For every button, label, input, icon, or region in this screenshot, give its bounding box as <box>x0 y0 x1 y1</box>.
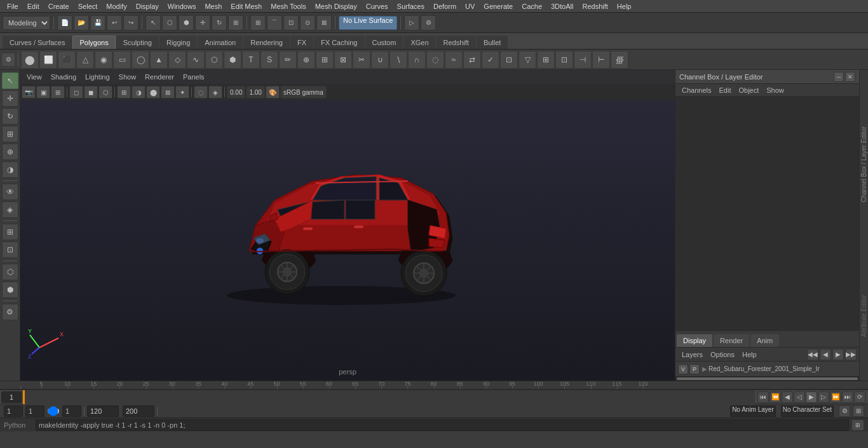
vp-sel2-btn[interactable]: ◼ <box>84 86 98 98</box>
snap-grid-btn[interactable]: ⊞ <box>250 15 266 31</box>
cb-menu-show[interactable]: Show <box>763 85 788 95</box>
vp-cam3-btn[interactable]: ⊞ <box>51 86 65 98</box>
goto-start-btn[interactable]: ⏮ <box>757 391 769 403</box>
isolate-tool[interactable]: ◈ <box>2 201 18 218</box>
layers-menu-options[interactable]: Options <box>707 350 738 360</box>
redo-btn[interactable]: ↪ <box>123 15 139 31</box>
pencil-tool[interactable]: ✏ <box>279 51 297 69</box>
rotate-btn[interactable]: ↻ <box>212 15 227 31</box>
anim-layer-dropdown[interactable]: No Anim Layer <box>730 405 776 417</box>
subdiv-tool[interactable]: ∰ <box>611 51 628 69</box>
playback-end-input[interactable] <box>123 405 154 417</box>
display-mode1[interactable]: ⬡ <box>2 264 18 280</box>
cleanup-tool[interactable]: ✓ <box>482 51 499 69</box>
menu-create[interactable]: Create <box>44 1 74 11</box>
snap-curve-btn[interactable]: ⌒ <box>267 15 282 31</box>
menu-cache[interactable]: Cache <box>517 1 546 11</box>
select-btn[interactable]: ↖ <box>146 15 161 31</box>
tab-curves-surfaces[interactable]: Curves / Surfaces <box>3 36 72 49</box>
combine-tool[interactable]: ⊞ <box>316 51 334 69</box>
char-set-dropdown[interactable]: No Character Set <box>781 405 834 417</box>
vp-shade1-btn[interactable]: ◑ <box>132 86 146 98</box>
loop-btn[interactable]: ⟳ <box>854 391 865 403</box>
channel-box-minimize[interactable]: ─ <box>834 72 844 82</box>
vp-menu-panels[interactable]: Panels <box>179 72 208 82</box>
mirror-tool[interactable]: ⊣ <box>574 51 592 69</box>
vp-camera-btn[interactable]: 📷 <box>22 86 36 98</box>
layer-nav2-btn[interactable]: ▶ <box>832 349 844 360</box>
cb-menu-edit[interactable]: Edit <box>715 85 735 95</box>
menu-mesh-tools[interactable]: Mesh Tools <box>266 1 310 11</box>
menu-generate[interactable]: Generate <box>479 1 517 11</box>
text-tool[interactable]: T <box>242 51 260 69</box>
svg-tool[interactable]: S <box>261 51 278 69</box>
separate-tool[interactable]: ⊠ <box>334 51 352 69</box>
cb-menu-channels[interactable]: Channels <box>678 85 715 95</box>
layer-visibility-btn[interactable]: V <box>678 364 688 374</box>
step-back-btn[interactable]: ⏪ <box>770 391 781 403</box>
snap-live-btn[interactable]: ⊠ <box>316 15 332 31</box>
status-settings-btn[interactable]: ⚙ <box>839 405 850 417</box>
cb-menu-object[interactable]: Object <box>735 85 763 95</box>
settings-tool[interactable]: ⚙ <box>2 304 18 320</box>
scale-btn[interactable]: ⊞ <box>228 15 243 31</box>
vp-wire-btn[interactable]: ⊞ <box>117 86 131 98</box>
mel-btn[interactable]: ⊞ <box>851 419 864 431</box>
menu-windows[interactable]: Windows <box>163 1 201 11</box>
extract-tool[interactable]: ✂ <box>353 51 370 69</box>
tab-sculpting[interactable]: Sculpting <box>116 36 159 49</box>
play-fwd-btn[interactable]: ▶ <box>806 391 817 403</box>
show-hide-tool[interactable]: 👁 <box>2 184 18 200</box>
viewport[interactable]: X Y Z View Shading Lighting Show Rendere… <box>20 70 675 381</box>
command-line[interactable]: makeIdentity -apply true -t 1 -r 1 -s 1 … <box>36 419 849 431</box>
next-key-btn[interactable]: ▷ <box>818 391 829 403</box>
lasso-btn[interactable]: ⬡ <box>162 15 177 31</box>
tab-fx-caching[interactable]: FX Caching <box>314 36 364 49</box>
vp-menu-view[interactable]: View <box>23 72 46 82</box>
scale-tool[interactable]: ⊞ <box>2 126 18 142</box>
tab-polygons[interactable]: Polygons <box>72 36 115 49</box>
menu-surfaces[interactable]: Surfaces <box>393 1 429 11</box>
snap-tool1[interactable]: ⊞ <box>2 224 18 240</box>
boolean-inter-tool[interactable]: ∩ <box>408 51 426 69</box>
menu-edit-mesh[interactable]: Edit Mesh <box>226 1 266 11</box>
move-btn[interactable]: ✛ <box>195 15 210 31</box>
soccer-tool[interactable]: ⬡ <box>205 51 223 69</box>
plane-tool[interactable]: ▭ <box>113 51 131 69</box>
play-back-btn[interactable]: ◁ <box>794 391 805 403</box>
cone-tool[interactable]: △ <box>76 51 94 69</box>
channel-box-tab[interactable]: Channel Box / Layer Editor <box>860 126 867 203</box>
layer-playback-btn[interactable]: P <box>689 364 700 374</box>
tab-render[interactable]: Render <box>714 334 749 347</box>
rotate-tool[interactable]: ↻ <box>2 108 18 125</box>
tab-display[interactable]: Display <box>677 334 712 347</box>
tab-animation[interactable]: Animation <box>198 36 243 49</box>
vp-menu-lighting[interactable]: Lighting <box>81 72 114 82</box>
tab-bullet[interactable]: Bullet <box>477 36 508 49</box>
prev-key-btn[interactable]: ◀ <box>782 391 793 403</box>
vp-colorspace-icon[interactable]: 🎨 <box>266 86 280 98</box>
sphere-tool[interactable]: ⬤ <box>21 51 39 69</box>
scroll-track[interactable] <box>677 377 858 380</box>
render-settings-btn[interactable]: ⚙ <box>421 15 436 31</box>
tab-custom[interactable]: Custom <box>365 36 403 49</box>
layer-nav1-btn[interactable]: ◀ <box>820 349 831 360</box>
boolean-diff-tool[interactable]: ∖ <box>390 51 407 69</box>
menu-uv[interactable]: UV <box>461 1 479 11</box>
fill-holes-tool[interactable]: ⊡ <box>500 51 518 69</box>
menu-help[interactable]: Help <box>613 1 636 11</box>
snap-point-btn[interactable]: ⊡ <box>283 15 299 31</box>
vp-alpha-value[interactable]: 1.00 <box>246 86 264 98</box>
flip-tool[interactable]: ⊢ <box>592 51 610 69</box>
attribute-editor-tab[interactable]: Attribute Editor <box>860 295 867 337</box>
status-extra-btn[interactable]: ⊞ <box>853 405 864 417</box>
layers-menu-help[interactable]: Help <box>738 350 761 360</box>
step-fwd-btn[interactable]: ⏩ <box>830 391 841 403</box>
tab-rendering[interactable]: Rendering <box>243 36 290 49</box>
smooth-tool[interactable]: ◌ <box>426 51 444 69</box>
prism-tool[interactable]: ◇ <box>168 51 186 69</box>
torus-tool[interactable]: ◉ <box>95 51 112 69</box>
layers-menu-layers[interactable]: Layers <box>678 350 707 360</box>
snap-view-btn[interactable]: ⊙ <box>300 15 315 31</box>
move-tool[interactable]: ✛ <box>2 90 18 107</box>
